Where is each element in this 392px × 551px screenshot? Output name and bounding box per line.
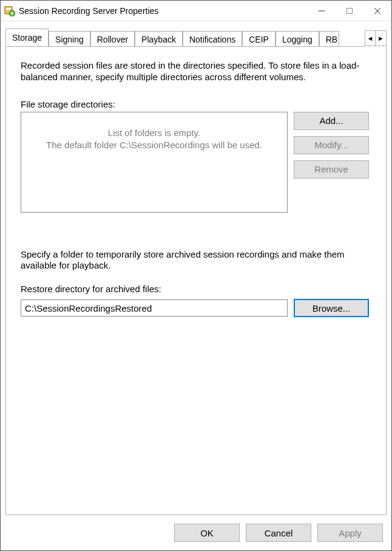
tab-label: Logging — [282, 35, 313, 44]
close-button[interactable] — [363, 1, 391, 21]
ok-button[interactable]: OK — [174, 524, 240, 542]
tab-scroll-buttons: ◄ ► — [365, 30, 387, 47]
modify-button: Modify... — [294, 136, 369, 154]
tab-label: Signing — [55, 35, 84, 44]
triangle-left-icon: ◄ — [367, 35, 374, 42]
triangle-right-icon: ► — [377, 35, 384, 42]
tab-scroll-left[interactable]: ◄ — [365, 30, 376, 46]
file-storage-label: File storage directories: — [21, 99, 371, 109]
tab-scroll-right[interactable]: ► — [376, 30, 387, 46]
remove-button: Remove — [294, 160, 369, 179]
tab-label: Playback — [141, 35, 176, 44]
restore-description: Specify a folder to temporarily store ar… — [21, 249, 371, 272]
apply-button: Apply — [317, 524, 383, 542]
tab-overflow[interactable]: RB — [319, 31, 339, 47]
tab-label: Rollover — [97, 35, 128, 44]
window-title: Session Recording Server Properties — [19, 6, 158, 16]
tab-playback[interactable]: Playback — [135, 31, 183, 47]
minimize-button[interactable] — [308, 1, 336, 21]
svg-rect-4 — [347, 8, 353, 13]
button-label: OK — [200, 528, 214, 538]
tab-panel-storage: Recorded session files are stored in the… — [5, 47, 387, 515]
empty-line-2: The default folder C:\SessionRecordings … — [46, 139, 262, 151]
button-label: Cancel — [265, 528, 293, 538]
add-button[interactable]: Add... — [294, 112, 369, 130]
button-label: Apply — [339, 528, 362, 538]
tab-notifications[interactable]: Notifications — [183, 31, 242, 47]
tab-logging[interactable]: Logging — [275, 31, 319, 47]
dialog-window: Session Recording Server Properties Stor… — [0, 0, 392, 551]
browse-button[interactable]: Browse... — [294, 299, 369, 317]
tab-signing[interactable]: Signing — [49, 31, 90, 47]
tabstrip-area: Storage Signing Rollover Playback Notifi… — [1, 21, 391, 47]
tab-rollover[interactable]: Rollover — [90, 31, 135, 47]
tabs: Storage Signing Rollover Playback Notifi… — [5, 29, 365, 47]
file-storage-listbox[interactable]: List of folders is empty. The default fo… — [21, 112, 288, 213]
button-label: Add... — [319, 115, 343, 126]
tab-label: Notifications — [189, 35, 235, 44]
tabstrip: Storage Signing Rollover Playback Notifi… — [5, 29, 387, 47]
tab-label: Storage — [12, 33, 42, 43]
listbox-buttons: Add... Modify... Remove — [294, 112, 369, 179]
restore-dir-label: Restore directory for archived files: — [21, 284, 371, 294]
tab-label: CEIP — [249, 35, 269, 44]
button-label: Browse... — [313, 303, 351, 313]
cancel-button[interactable]: Cancel — [246, 524, 311, 542]
empty-line-1: List of folders is empty. — [46, 127, 262, 139]
dialog-footer: OK Cancel Apply — [1, 515, 391, 550]
storage-description: Recorded session files are stored in the… — [21, 60, 371, 83]
app-icon — [4, 5, 15, 16]
maximize-button[interactable] — [336, 1, 363, 21]
restore-dir-input[interactable] — [21, 299, 288, 317]
tab-storage[interactable]: Storage — [5, 29, 49, 46]
tab-ceip[interactable]: CEIP — [242, 31, 275, 47]
titlebar: Session Recording Server Properties — [1, 1, 391, 21]
button-label: Modify... — [314, 140, 348, 150]
svg-rect-1 — [6, 8, 11, 10]
listbox-empty-message: List of folders is empty. The default fo… — [46, 127, 262, 152]
button-label: Remove — [314, 164, 348, 174]
tab-label: RB — [326, 35, 337, 44]
